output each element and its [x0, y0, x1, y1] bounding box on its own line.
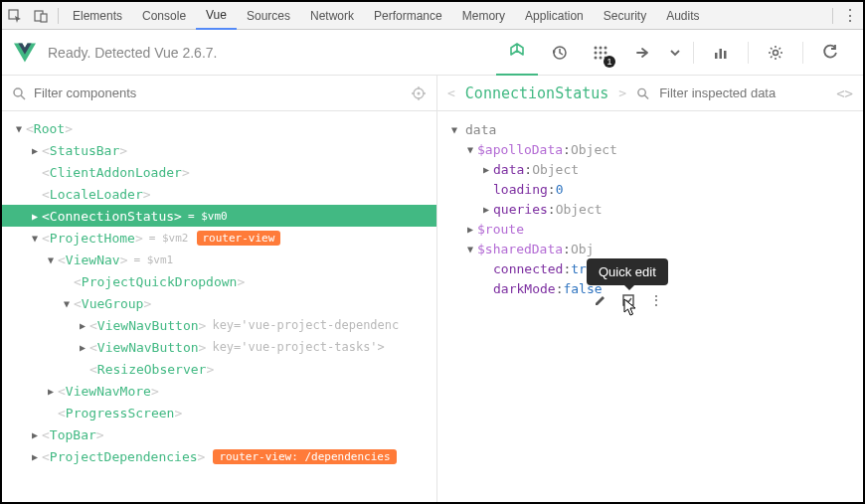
vue-banner: Ready. Detected Vue 2.6.7. 1 [2, 30, 863, 76]
svg-point-10 [595, 56, 598, 59]
svg-point-5 [600, 46, 603, 49]
inspected-component-name: ConnectionStatus [465, 84, 609, 102]
data-section-label: data [465, 122, 496, 137]
angle-bracket: < [447, 85, 455, 100]
tab-elements[interactable]: Elements [63, 2, 132, 30]
data-row[interactable]: ▶data: Object [437, 159, 863, 179]
expand-arrow-icon[interactable]: ▶ [30, 211, 40, 222]
tab-sources[interactable]: Sources [237, 2, 300, 30]
device-toolbar-icon[interactable] [28, 2, 54, 30]
svg-rect-13 [715, 53, 718, 59]
tab-console[interactable]: Console [132, 2, 196, 30]
svg-point-20 [638, 88, 645, 95]
data-filter-input[interactable] [659, 85, 826, 100]
refresh-icon[interactable] [809, 30, 851, 76]
expand-arrow-icon[interactable]: ▶ [481, 164, 491, 175]
separator [693, 42, 694, 64]
separator [748, 42, 749, 64]
performance-tool-icon[interactable] [700, 30, 742, 76]
tree-row[interactable]: ▶<TopBar> [2, 423, 436, 445]
data-row[interactable]: loading: 0 [437, 179, 863, 199]
expand-arrow-icon[interactable]: ▶ [78, 320, 87, 331]
settings-icon[interactable] [755, 30, 796, 76]
expand-arrow-icon[interactable]: ▶ [30, 145, 40, 156]
expand-arrow-icon[interactable]: ▼ [449, 124, 459, 135]
expand-arrow-icon[interactable]: ▼ [465, 144, 475, 155]
svg-rect-15 [724, 51, 727, 59]
expand-arrow-icon[interactable]: ▼ [465, 244, 475, 254]
separator [58, 8, 59, 24]
svg-rect-14 [720, 49, 723, 59]
expand-arrow-icon[interactable]: ▼ [62, 298, 72, 309]
expand-arrow-icon[interactable]: ▶ [481, 204, 491, 215]
tree-row[interactable]: ▼<Root> [2, 117, 436, 139]
svg-point-17 [14, 88, 22, 96]
events-badge: 1 [604, 56, 615, 68]
expand-arrow-icon[interactable]: ▶ [30, 451, 40, 462]
component-tree[interactable]: ▼<Root>▶<StatusBar><ClientAddonLoader><L… [2, 111, 436, 473]
svg-point-19 [418, 91, 421, 94]
svg-point-4 [595, 46, 598, 49]
svg-point-8 [600, 51, 603, 54]
tree-row[interactable]: <ProgressScreen> [2, 402, 436, 423]
expand-arrow-icon[interactable]: ▶ [465, 224, 475, 235]
inspected-data-panel: <ConnectionStatus> <> ▼data▼$apolloData:… [437, 76, 863, 502]
expand-arrow-icon[interactable]: ▼ [14, 123, 24, 134]
tree-row[interactable]: <LocaleLoader> [2, 183, 436, 205]
expand-arrow-icon[interactable]: ▶ [78, 342, 87, 353]
vue-status-text: Ready. Detected Vue 2.6.7. [48, 45, 217, 61]
tab-audits[interactable]: Audits [656, 2, 709, 30]
expand-arrow-icon[interactable]: ▼ [46, 254, 56, 265]
quick-edit-icon[interactable] [620, 292, 636, 308]
tree-row[interactable]: <ResizeObserver> [2, 358, 436, 380]
tree-row[interactable]: ▼<ViewNav>= $vm1 [2, 249, 436, 270]
vuex-history-icon[interactable] [538, 30, 580, 76]
tab-network[interactable]: Network [300, 2, 364, 30]
more-actions-icon[interactable]: ⋮ [648, 292, 664, 308]
data-row[interactable]: ▶$route [437, 219, 863, 239]
target-icon[interactable] [411, 85, 427, 101]
data-row[interactable]: ▼$apolloData: Object [437, 139, 863, 159]
tree-row[interactable]: ▶<ViewNavButton> key='vue-project-tasks'… [2, 336, 436, 358]
tab-performance[interactable]: Performance [364, 2, 452, 30]
devtools-tab-bar: Elements Console Vue Sources Network Per… [2, 2, 863, 30]
component-filter-row [2, 76, 436, 111]
inspect-element-icon[interactable] [2, 2, 28, 30]
data-row[interactable]: ▼$sharedData: Obj [437, 239, 863, 258]
component-tree-panel: ▼<Root>▶<StatusBar><ClientAddonLoader><L… [2, 76, 437, 502]
more-icon[interactable]: ⋮ [837, 2, 863, 30]
tree-row[interactable]: ▶<StatusBar> [2, 139, 436, 161]
tree-row[interactable]: ▶<ViewNavButton> key='vue-project-depend… [2, 314, 436, 336]
edit-icon[interactable] [593, 292, 608, 308]
tree-row[interactable]: <ClientAddonLoader> [2, 161, 436, 183]
tab-application[interactable]: Application [515, 2, 594, 30]
data-row[interactable]: ▶queries: Object [437, 199, 863, 219]
tab-memory[interactable]: Memory [452, 2, 515, 30]
events-tool-icon[interactable]: 1 [580, 30, 621, 76]
expand-arrow-icon[interactable]: ▶ [46, 386, 56, 397]
search-icon [12, 86, 26, 100]
svg-point-11 [600, 56, 603, 59]
router-view-badge: router-view [197, 231, 281, 246]
tooltip: Quick edit [587, 258, 668, 285]
tab-vue[interactable]: Vue [196, 2, 237, 30]
chevron-down-icon[interactable] [663, 30, 687, 76]
tab-security[interactable]: Security [594, 2, 656, 30]
tree-row[interactable]: ▶<ProjectDependencies>router-view: /depe… [2, 445, 436, 467]
svg-rect-2 [41, 14, 47, 22]
expand-arrow-icon[interactable]: ▶ [30, 429, 40, 440]
tree-row[interactable]: <ProjectQuickDropdown> [2, 270, 436, 292]
separator [802, 42, 803, 64]
tree-row[interactable]: ▶<ConnectionStatus>= $vm0 [2, 205, 436, 227]
tree-row[interactable]: ▼<ProjectHome>= $vm2router-view [2, 227, 436, 249]
open-in-editor-icon[interactable]: <> [836, 85, 853, 101]
svg-rect-21 [623, 295, 633, 305]
components-tool-icon[interactable] [496, 30, 538, 76]
routing-tool-icon[interactable] [621, 30, 663, 76]
angle-bracket: > [618, 85, 626, 100]
svg-point-7 [595, 51, 598, 54]
expand-arrow-icon[interactable]: ▼ [30, 233, 40, 244]
component-filter-input[interactable] [34, 85, 403, 100]
tree-row[interactable]: ▼<VueGroup> [2, 292, 436, 314]
tree-row[interactable]: ▶<ViewNavMore> [2, 380, 436, 402]
